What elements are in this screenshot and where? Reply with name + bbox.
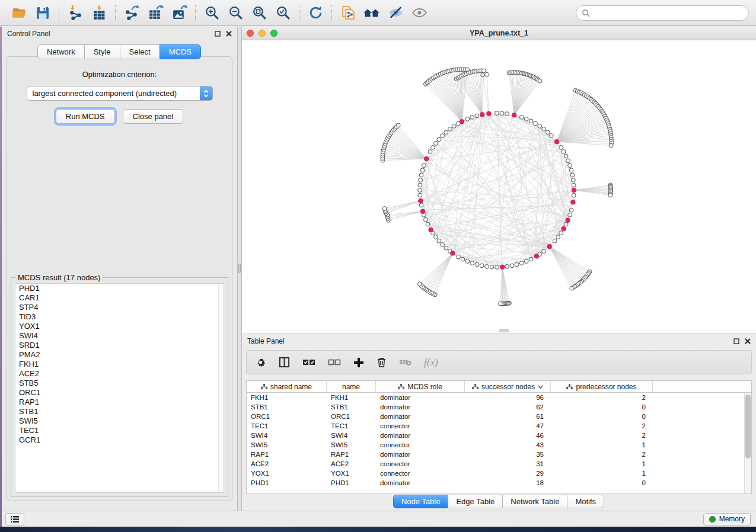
table-row[interactable]: RAP1RAP1dominator352 [247,450,751,459]
import-network-icon[interactable] [63,3,87,23]
table-row[interactable]: PHD1PHD1dominator180 [247,478,751,488]
search-field[interactable] [576,5,749,21]
export-table-icon[interactable] [143,3,167,23]
export-image-icon[interactable] [167,3,191,23]
run-mcds-button[interactable]: Run MCDS [56,109,115,124]
result-item[interactable]: YOX1 [15,322,224,331]
zoom-fit-icon[interactable] [247,3,271,23]
horizontal-splitter-grip[interactable] [499,329,509,332]
column-header-MCDS-role[interactable]: MCDS role [376,381,465,392]
add-row-icon[interactable] [353,357,364,368]
result-item[interactable]: SRD1 [15,341,224,350]
close-panel-button[interactable]: Close panel [123,109,184,124]
close-panel-icon[interactable] [226,31,232,37]
table-cell: dominator [376,402,465,412]
hide-selected-icon[interactable] [384,3,407,23]
search-input[interactable] [594,9,743,17]
export-network-icon[interactable] [120,3,143,23]
table-row[interactable]: SWI5SWI5connector431 [247,440,751,450]
duplicate-network-icon[interactable] [336,3,360,23]
result-item[interactable]: RAP1 [15,398,224,407]
table-header-row: shared namenameMCDS rolesuccessor nodesp… [247,381,751,393]
tab-edge-table[interactable]: Edge Table [448,495,503,508]
table-scrollbar[interactable] [744,393,751,493]
table-cell: FKH1 [247,393,327,402]
result-item[interactable]: TEC1 [15,426,224,435]
table-row[interactable]: STB1STB1dominator620 [247,402,751,412]
table-row[interactable]: TEC1TEC1connector472 [247,421,751,431]
search-icon [582,9,590,17]
zoom-out-icon[interactable] [224,3,247,23]
shared-column-icon [398,384,404,390]
column-header-successor-nodes[interactable]: successor nodes [465,381,551,392]
tab-network[interactable]: Network [37,44,85,59]
result-item[interactable]: GCR1 [15,435,224,445]
table-row[interactable]: YOX1YOX1connector291 [247,469,751,478]
tab-network-table[interactable]: Network Table [502,495,567,508]
column-header-name[interactable]: name [327,381,376,392]
column-header-shared-name[interactable]: shared name [247,381,327,392]
result-list-scrollbar[interactable] [218,284,224,492]
delete-row-icon[interactable] [377,357,387,368]
table-cell: 47 [465,421,551,431]
column-header-label: name [342,383,360,391]
select-all-icon[interactable] [302,358,315,367]
app-window: Control Panel NetworkStyleSelectMCDS Opt… [0,0,756,532]
memory-label: Memory [719,515,745,523]
close-table-panel-icon[interactable] [745,338,751,344]
result-item[interactable]: SWI5 [15,416,224,426]
network-canvas[interactable] [242,40,756,334]
table-cell: dominator [376,478,465,488]
function-builder-icon[interactable]: f(x) [424,357,438,368]
mcds-tab-content: Optimization criterion: largest connecte… [7,56,232,501]
column-header-predecessor-nodes[interactable]: predecessor nodes [551,381,653,392]
tab-select[interactable]: Select [120,44,160,59]
tab-mcds[interactable]: MCDS [160,44,201,59]
result-item[interactable]: PHD1 [15,284,224,293]
tab-style[interactable]: Style [84,44,120,59]
result-item[interactable]: STP4 [15,303,224,312]
show-column-icon[interactable] [279,357,290,368]
hide-column-icon[interactable] [399,358,412,367]
table-row[interactable]: FKH1FKH1dominator962 [247,393,751,402]
criterion-value: largest connected component (undirected) [33,89,177,98]
zoom-in-icon[interactable] [200,3,224,23]
table-row[interactable]: ACE2ACE2connector311 [247,459,751,469]
result-item[interactable]: SWI4 [15,331,224,341]
refresh-view-icon[interactable] [304,3,327,23]
first-neighbors-icon[interactable] [360,3,384,23]
zoom-selected-icon[interactable] [271,3,295,23]
open-file-icon[interactable] [7,3,31,23]
criterion-dropdown[interactable]: largest connected component (undirected) [27,86,213,101]
result-item[interactable]: CAR1 [15,293,224,303]
float-panel-icon[interactable] [215,31,221,37]
tab-motifs[interactable]: Motifs [567,495,604,508]
result-item[interactable]: ORC1 [15,388,224,398]
import-table-icon[interactable] [87,3,111,23]
table-scrollbar-thumb[interactable] [745,395,751,459]
result-item[interactable]: STB5 [15,379,224,388]
table-cell: STB1 [327,402,376,412]
deselect-all-icon[interactable] [328,358,341,367]
show-panels-button[interactable] [5,513,24,525]
result-item[interactable]: FKH1 [15,360,224,369]
network-graph[interactable] [242,40,756,334]
show-all-icon[interactable] [407,3,431,23]
result-item[interactable]: PMA2 [15,350,224,360]
result-item[interactable]: ACE2 [15,369,224,379]
node-table: shared namenameMCDS rolesuccessor nodesp… [246,380,752,494]
column-header-label: shared name [270,383,312,391]
table-row[interactable]: ORC1ORC1dominator610 [247,412,751,421]
tab-node-table[interactable]: Node Table [393,495,449,508]
float-table-panel-icon[interactable] [733,338,739,344]
result-item[interactable]: STB1 [15,407,224,416]
result-item[interactable]: TID3 [15,312,224,322]
mcds-result-list[interactable]: PHD1CAR1STP4TID3YOX1SWI4SRD1PMA2FKH1ACE2… [15,283,224,493]
vertical-splitter[interactable] [237,27,242,511]
table-options-icon[interactable] [255,357,266,368]
splitter-grip[interactable] [238,264,241,273]
save-session-icon[interactable] [31,3,55,23]
memory-button[interactable]: Memory [703,513,751,525]
table-cell: connector [376,440,465,450]
table-row[interactable]: SWI4SWI4dominator462 [247,431,751,440]
